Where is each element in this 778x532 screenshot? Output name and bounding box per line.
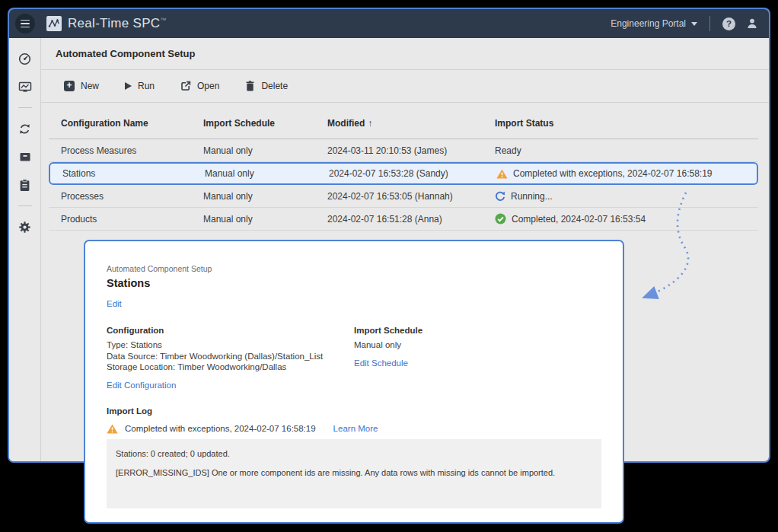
sidebar-item-settings[interactable]	[15, 217, 35, 237]
import-log-output: Stations: 0 created; 0 updated. [ERROR_M…	[107, 439, 601, 508]
configuration-heading: Configuration	[107, 326, 354, 335]
page-title: Automated Component Setup	[56, 48, 195, 59]
column-header-configuration-name[interactable]: Configuration Name	[49, 118, 191, 129]
table-row[interactable]: Products Manual only 2024-02-07 16:51:28…	[49, 208, 758, 231]
sidebar-divider	[18, 107, 32, 108]
play-icon	[125, 82, 132, 90]
trademark: ™	[160, 17, 166, 24]
open-button[interactable]: Open	[180, 81, 219, 91]
learn-more-link[interactable]: Learn More	[333, 424, 378, 433]
table-row[interactable]: Processes Manual only 2024-02-07 16:53:0…	[49, 185, 758, 208]
toolbar: + New Run Open	[41, 70, 769, 103]
configuration-type: Type: Stations	[107, 339, 354, 351]
import-schedule-value: Manual only	[354, 339, 422, 351]
warning-icon	[107, 424, 118, 434]
configurations-table: Configuration Name Import Schedule Modif…	[49, 103, 758, 231]
log-line: [ERROR_MISSING_IDS] One or more componen…	[116, 468, 592, 477]
warning-icon	[496, 169, 508, 179]
chart-monitor-icon	[18, 81, 32, 94]
import-schedule-section: Import Schedule Manual only Edit Schedul…	[354, 326, 422, 391]
app-logo-icon	[46, 16, 62, 31]
app-title: Real-Time SPC™	[68, 16, 167, 31]
log-line: Stations: 0 created; 0 updated.	[116, 449, 592, 458]
sidebar	[9, 38, 41, 461]
configuration-section: Configuration Type: Stations Data Source…	[107, 326, 354, 391]
open-external-icon	[180, 81, 191, 91]
import-log-heading: Import Log	[107, 406, 601, 416]
configuration-data-source: Data Source: Timber Woodworking (Dallas)…	[107, 351, 354, 362]
success-icon	[495, 213, 506, 225]
edit-schedule-link[interactable]: Edit Schedule	[354, 358, 408, 368]
running-refresh-icon	[495, 191, 505, 202]
panel-breadcrumb: Automated Component Setup	[107, 264, 601, 273]
sidebar-divider	[18, 205, 32, 206]
gauge-icon	[18, 53, 31, 65]
import-log-status-text: Completed with exceptions, 2024-02-07 16…	[125, 424, 316, 433]
edit-link[interactable]: Edit	[107, 299, 122, 308]
help-button[interactable]: ?	[722, 18, 735, 30]
sidebar-item-dashboard[interactable]	[15, 49, 35, 68]
topbar: Real-Time SPC™ Engineering Portal ?	[9, 9, 769, 38]
delete-button[interactable]: Delete	[245, 81, 288, 91]
sort-ascending-icon: ↑	[368, 118, 372, 129]
table-row[interactable]: Process Measures Manual only 2024-03-11 …	[49, 139, 758, 162]
import-log-status-line: Completed with exceptions, 2024-02-07 16…	[107, 424, 601, 434]
import-schedule-heading: Import Schedule	[354, 326, 422, 335]
edit-configuration-link[interactable]: Edit Configuration	[107, 381, 176, 390]
sidebar-item-sync[interactable]	[15, 119, 35, 139]
hamburger-menu-button[interactable]	[15, 14, 35, 33]
sidebar-item-charts[interactable]	[15, 77, 35, 97]
table-header-row: Configuration Name Import Schedule Modif…	[49, 103, 758, 139]
table-row-selected[interactable]: Stations Manual only 2024-02-07 16:53:28…	[49, 162, 758, 185]
sync-icon	[18, 123, 31, 135]
sidebar-item-tasks[interactable]	[15, 175, 35, 195]
column-header-import-status[interactable]: Import Status	[483, 118, 758, 129]
portal-label: Engineering Portal	[611, 18, 686, 29]
new-button[interactable]: + New	[64, 81, 99, 91]
run-button[interactable]: Run	[125, 81, 155, 91]
portal-dropdown[interactable]: Engineering Portal	[611, 18, 697, 29]
page-title-bar: Automated Component Setup	[41, 38, 769, 70]
status-text: Running...	[511, 191, 553, 202]
topbar-divider	[709, 16, 710, 31]
configuration-storage-location: Storage Location: Timber Woodworking/Dal…	[107, 362, 354, 373]
chevron-down-icon	[691, 22, 697, 26]
clipboard-icon	[19, 179, 30, 192]
column-header-modified[interactable]: Modified↑	[315, 118, 483, 129]
sidebar-item-storage[interactable]	[15, 147, 35, 167]
panel-title: Stations	[107, 277, 601, 289]
user-icon	[746, 18, 758, 30]
user-account-button[interactable]	[746, 18, 758, 30]
column-header-import-schedule[interactable]: Import Schedule	[191, 118, 315, 129]
trash-icon	[245, 81, 255, 91]
detail-panel: Automated Component Setup Stations Edit …	[84, 240, 624, 524]
plus-icon: +	[64, 81, 75, 91]
archive-box-icon	[19, 151, 31, 163]
gear-icon	[18, 221, 31, 234]
status-text: Completed with exceptions, 2024-02-07 16…	[513, 168, 713, 179]
status-text: Completed, 2024-02-07 16:53:54	[512, 214, 646, 225]
status-text: Ready	[495, 145, 521, 156]
